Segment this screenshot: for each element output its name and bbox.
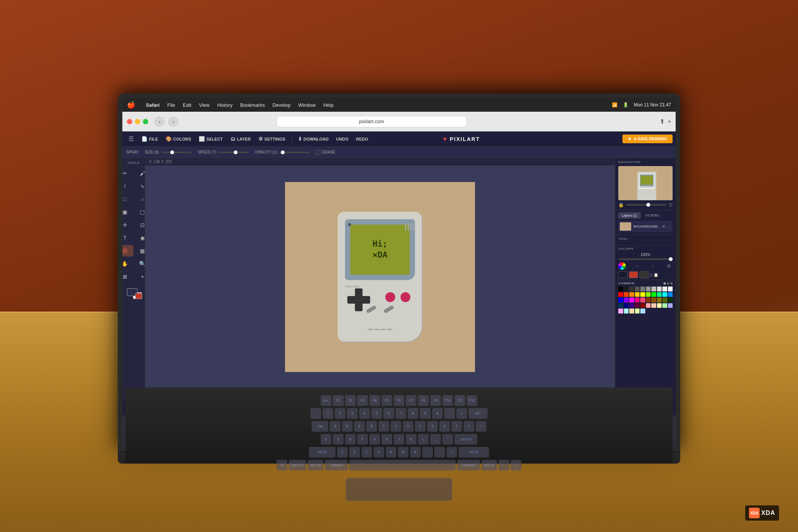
key-n[interactable]: N (398, 447, 408, 458)
layer-visibility-button[interactable]: 👁 (662, 225, 666, 229)
palette-color-6[interactable] (651, 287, 656, 291)
key-f7[interactable]: F7 (406, 395, 416, 406)
hand-tool[interactable]: ✋ (122, 258, 133, 269)
filters-tab[interactable]: FILTERS (642, 212, 663, 218)
palette-color-21[interactable] (624, 298, 629, 302)
key-4[interactable]: 4 (359, 408, 370, 419)
fullscreen-button[interactable] (143, 119, 148, 124)
key-lbracket[interactable]: [ (451, 421, 462, 432)
key-space[interactable] (349, 460, 456, 470)
key-delete[interactable]: del (469, 408, 488, 419)
key-arrow-left[interactable]: ← (499, 460, 509, 470)
menu-edit[interactable]: Edit (183, 102, 191, 108)
palette-color-27[interactable] (657, 298, 662, 302)
key-o[interactable]: O (427, 421, 438, 432)
palette-color-3[interactable] (635, 287, 640, 291)
settings-menu-button[interactable]: ⚙ SETTINGS (255, 135, 288, 143)
key-ctrl[interactable]: control (289, 460, 306, 470)
key-v[interactable]: V (374, 447, 384, 458)
layers-tab[interactable]: Layers (1) (618, 212, 641, 218)
key-b[interactable]: B (386, 447, 396, 458)
opacity-slider-thumb[interactable] (281, 150, 285, 154)
palette-color-43[interactable] (635, 309, 640, 314)
key-e[interactable]: E (354, 421, 365, 432)
key-y[interactable]: Y (391, 421, 401, 432)
nav-preview-frame[interactable] (639, 174, 654, 189)
line-tool[interactable]: / (122, 180, 133, 192)
crop-tool[interactable]: ⊠ (122, 271, 133, 282)
palette-color-44[interactable] (640, 309, 645, 314)
palette-color-34[interactable] (640, 303, 645, 308)
colors-menu-button[interactable]: 🎨 COLORS (163, 135, 194, 143)
palette-color-0[interactable] (618, 287, 623, 291)
palette-color-8[interactable] (662, 287, 667, 291)
key-f6[interactable]: F6 (394, 395, 404, 406)
key-h[interactable]: H (382, 434, 392, 445)
menu-help[interactable]: Help (323, 102, 334, 108)
palette-color-13[interactable] (635, 292, 640, 297)
palette-color-19[interactable] (668, 292, 673, 297)
key-2[interactable]: 2 (335, 408, 345, 419)
palette-color-38[interactable] (662, 303, 667, 308)
rect-tool[interactable]: □ (122, 193, 133, 205)
palette-color-31[interactable] (624, 303, 629, 308)
size-slider-thumb[interactable] (170, 150, 174, 154)
palette-color-37[interactable] (657, 303, 662, 308)
layer-menu-button[interactable]: 🗂 LAYER (227, 135, 253, 143)
key-f12[interactable]: F12 (467, 395, 477, 406)
palette-color-36[interactable] (651, 303, 656, 308)
pixel-canvas[interactable]: Hi; ×DA (285, 182, 475, 372)
palette-color-5[interactable] (646, 287, 651, 291)
color-settings-icon[interactable]: ⚙ (665, 262, 673, 270)
key-c[interactable]: C (361, 447, 372, 458)
key-d[interactable]: D (345, 434, 356, 445)
key-quote[interactable]: ' (442, 434, 453, 445)
download-button[interactable]: ⬇ DOWNLOAD (295, 135, 332, 143)
key-cmd-l[interactable]: command (325, 460, 348, 470)
speed-slider-thumb[interactable] (234, 150, 238, 154)
copy-icon[interactable]: ⎘ (650, 273, 652, 277)
palette-color-40[interactable] (618, 309, 623, 314)
undo-button[interactable]: UNDO (333, 135, 352, 143)
minimize-button[interactable] (135, 119, 140, 124)
color-opacity-thumb[interactable] (669, 257, 673, 261)
menu-bookmarks[interactable]: Bookmarks (240, 102, 265, 108)
key-l[interactable]: L (418, 434, 429, 445)
palette-color-20[interactable] (618, 298, 623, 302)
nav-preview[interactable] (618, 166, 673, 200)
palette-color-32[interactable] (629, 303, 634, 308)
key-option-r[interactable]: option (481, 460, 497, 470)
palette-color-4[interactable] (640, 287, 645, 291)
key-return[interactable]: return (454, 434, 477, 445)
speed-slider[interactable] (218, 152, 249, 153)
key-f5[interactable]: F5 (382, 395, 392, 406)
palette-color-10[interactable] (618, 292, 623, 297)
palette-color-11[interactable] (624, 292, 629, 297)
color-down-arrow[interactable]: ↓ (649, 262, 657, 270)
key-g[interactable]: G (369, 434, 380, 445)
palette-color-35[interactable] (646, 303, 651, 308)
key-backslash[interactable]: \ (476, 421, 486, 432)
key-1[interactable]: 1 (323, 408, 333, 419)
palette-color-22[interactable] (629, 298, 634, 302)
palette-color-24[interactable] (640, 298, 645, 302)
key-f2[interactable]: F2 (345, 395, 356, 406)
key-f9[interactable]: F9 (430, 395, 441, 406)
active-color-swatch[interactable] (135, 293, 142, 299)
color-swatch-1[interactable] (618, 271, 627, 278)
save-drawing-button[interactable]: ★ ★ SAVE DRAWING (622, 135, 673, 143)
palette-color-17[interactable] (657, 292, 662, 297)
lock-icon[interactable]: 🔒 (618, 202, 624, 207)
layer-item[interactable]: BACKGROUND 👁 ⋮ (618, 221, 673, 232)
key-i[interactable]: I (415, 421, 426, 432)
palette-color-39[interactable] (668, 303, 673, 308)
key-s[interactable]: S (333, 434, 344, 445)
key-3[interactable]: 3 (347, 408, 358, 419)
palette-color-30[interactable] (618, 303, 623, 308)
opacity-slider[interactable] (279, 152, 310, 153)
key-w[interactable]: W (342, 421, 353, 432)
key-q[interactable]: Q (330, 421, 340, 432)
key-f10[interactable]: F10 (442, 395, 453, 406)
move-tool[interactable]: ✛ (122, 219, 133, 231)
key-rbracket[interactable]: ] (464, 421, 474, 432)
